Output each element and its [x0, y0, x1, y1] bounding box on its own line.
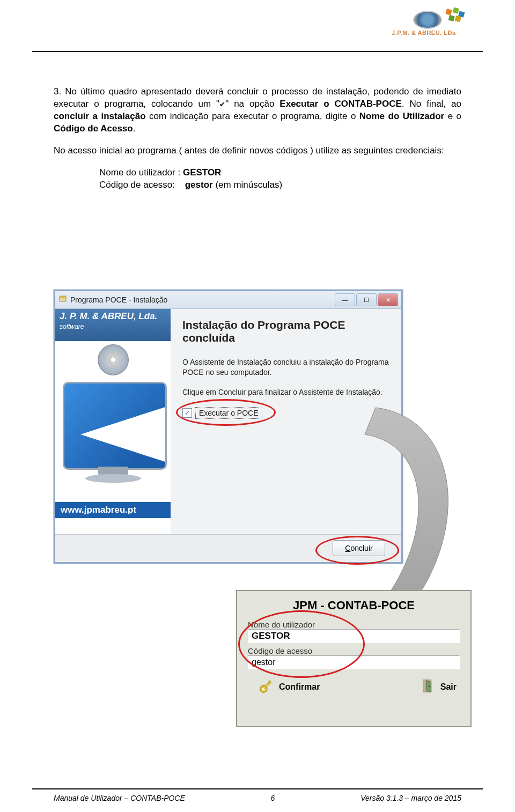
brand-bar: J. P. M. & ABREU, Lda. software	[55, 309, 171, 341]
page-footer: Manual de Utilizador – CONTAB-POCE 6 Ver…	[54, 794, 461, 802]
exit-button[interactable]: Sair	[420, 678, 457, 696]
brand-text: J. P. M. & ABREU, Lda.	[60, 311, 157, 321]
concluir-label: Concluir	[345, 544, 372, 552]
login-pass-label: Código de acesso	[248, 646, 460, 655]
monitor-icon	[63, 382, 167, 470]
title-line1: Instalação do Programa POCE	[182, 319, 345, 331]
paragraph-1: 3. No último quadro apresentado deverá c…	[54, 86, 461, 135]
login-title: JPM - CONTAB-POCE	[237, 591, 470, 618]
installer-window: Programa POCE - Instalação — ☐ ✕ J. P. M…	[54, 290, 403, 564]
minimize-button[interactable]: —	[335, 293, 355, 306]
installer-p1: O Assistente de Instalação concluiu a in…	[182, 357, 391, 378]
checkbox-row: ✓ Executar o POCE	[182, 407, 391, 419]
cd-icon	[98, 344, 129, 375]
key-icon	[259, 678, 275, 696]
footer-divider	[32, 788, 483, 789]
checkmark-glyph: ✔	[219, 100, 225, 108]
cred-user-row: Nome do utilizador : GESTOR	[99, 167, 461, 179]
installer-sidebar: J. P. M. & ABREU, Lda. software www.jpma…	[55, 309, 171, 534]
footer-right: Versão 3.1.3 – março de 2015	[360, 794, 461, 802]
header-divider	[32, 51, 483, 52]
pixel-icon	[444, 5, 468, 26]
confirm-label: Confirmar	[279, 682, 320, 692]
login-body: Nome do utilizador Código de acesso	[237, 620, 470, 670]
titlebar: Programa POCE - Instalação — ☐ ✕	[55, 291, 401, 309]
p1-bold1: Executar o CONTAB-POCE	[279, 99, 401, 109]
p1-bold3: Nome do Utilizador	[359, 111, 444, 121]
p1-end: .	[133, 123, 136, 134]
close-button[interactable]: ✕	[378, 293, 398, 306]
p1-mid: " na opção	[225, 99, 279, 109]
cred-pass-label: Código de acesso:	[99, 180, 185, 190]
p1-mid3: com indicação para executar o programa, …	[146, 111, 359, 121]
installer-body: J. P. M. & ABREU, Lda. software www.jpma…	[55, 309, 401, 534]
window-title: Programa POCE - Instalação	[70, 296, 335, 304]
run-checkbox-label: Executar o POCE	[195, 407, 262, 419]
window-controls: — ☐ ✕	[335, 293, 398, 306]
brand-sub: software	[60, 323, 166, 330]
document-page: J.P.M. & ABREU, LDa 3. No último quadro …	[0, 0, 515, 812]
p1-mid2: . No final, ao	[402, 99, 461, 109]
login-footer: Confirmar Sair	[237, 670, 470, 696]
p1-mid4: e o	[444, 111, 461, 121]
installer-title: Instalação do Programa POCE concluída	[182, 319, 391, 344]
cred-user-label: Nome do utilizador :	[99, 167, 183, 178]
svg-marker-7	[426, 681, 431, 692]
monitor-graphic: www.jpmabreu.pt	[55, 379, 171, 518]
installer-main: Instalação do Programa POCE concluída O …	[171, 309, 401, 534]
url-bar: www.jpmabreu.pt	[55, 502, 171, 518]
eye-icon	[413, 11, 442, 29]
credentials-block: Nome do utilizador : GESTOR Código de ac…	[99, 167, 461, 191]
cd-graphic	[55, 341, 171, 379]
arrow-icon	[80, 405, 167, 464]
maximize-button[interactable]: ☐	[356, 293, 377, 306]
login-dialog: JPM - CONTAB-POCE Nome do utilizador Cód…	[236, 590, 472, 727]
login-user-input[interactable]	[248, 629, 460, 643]
installer-icon	[58, 294, 67, 305]
cred-pass-value: gestor	[185, 180, 213, 190]
confirm-button[interactable]: Confirmar	[259, 678, 320, 696]
login-user-label: Nome do utilizador	[248, 620, 460, 629]
title-line2: concluída	[182, 331, 235, 344]
exit-label: Sair	[440, 682, 457, 692]
company-logo: J.P.M. & ABREU, LDa	[392, 11, 477, 43]
concluir-button[interactable]: Concluir	[333, 540, 385, 556]
p1-bold4: Código de Acesso	[54, 123, 133, 134]
monitor-base	[85, 474, 141, 483]
run-checkbox[interactable]: ✓	[182, 408, 192, 418]
svg-point-8	[429, 686, 430, 688]
cred-pass-row: Código de acesso: gestor (em minúsculas)	[99, 179, 461, 191]
cred-user-value: GESTOR	[183, 167, 221, 178]
svg-rect-1	[60, 296, 66, 298]
cred-pass-note: (em minúsculas)	[213, 180, 282, 190]
p1-bold2: concluir a instalação	[54, 111, 146, 121]
installer-p2: Clique em Concluir para finalizar o Assi…	[182, 387, 391, 397]
body-content: 3. No último quadro apresentado deverá c…	[54, 86, 461, 191]
logo-text: J.P.M. & ABREU, LDa	[392, 29, 456, 36]
footer-page-number: 6	[271, 794, 275, 802]
login-pass-input[interactable]	[248, 655, 460, 669]
footer-left: Manual de Utilizador – CONTAB-POCE	[54, 794, 185, 802]
paragraph-2: No acesso inicial ao programa ( antes de…	[54, 145, 461, 157]
door-icon	[420, 678, 436, 696]
installer-footer: Concluir	[55, 534, 401, 562]
